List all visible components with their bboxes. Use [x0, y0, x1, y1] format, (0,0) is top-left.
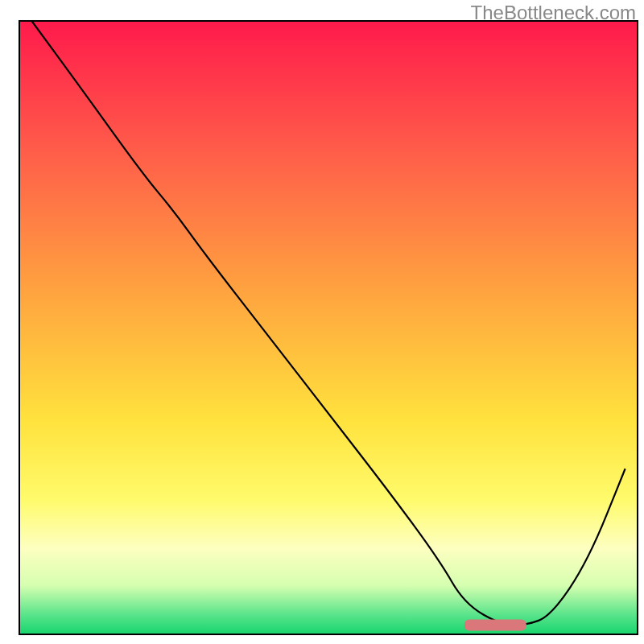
watermark-text: TheBottleneck.com: [471, 2, 636, 24]
gradient-background: [19, 21, 638, 634]
bottleneck-chart: [0, 0, 644, 644]
optimal-marker: [464, 620, 526, 631]
chart-container: TheBottleneck.com: [0, 0, 644, 644]
